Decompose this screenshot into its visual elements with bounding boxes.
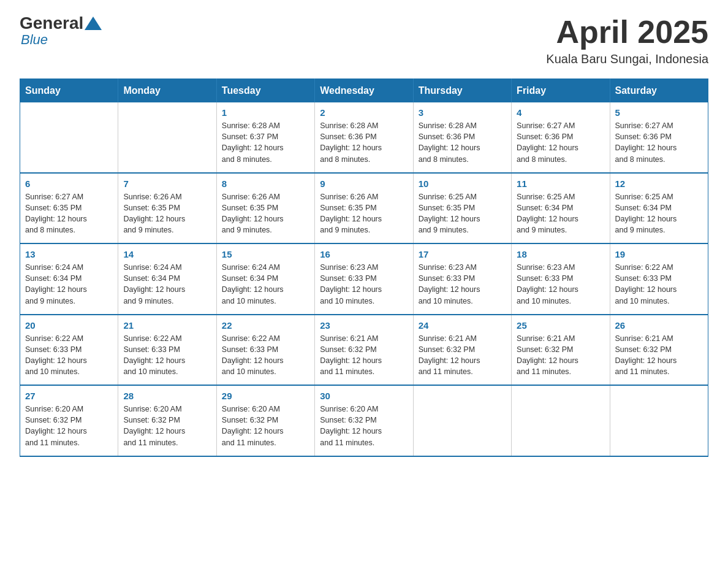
day-info: Sunrise: 6:27 AMSunset: 6:36 PMDaylight:… (615, 120, 703, 165)
day-info: Sunrise: 6:21 AMSunset: 6:32 PMDaylight:… (320, 333, 408, 378)
day-info: Sunrise: 6:23 AMSunset: 6:33 PMDaylight:… (419, 262, 506, 307)
weekday-header: Monday (118, 79, 216, 103)
calendar-cell: 27Sunrise: 6:20 AMSunset: 6:32 PMDayligh… (20, 385, 118, 456)
calendar-table: SundayMondayTuesdayWednesdayThursdayFrid… (20, 79, 708, 457)
day-number: 30 (320, 391, 408, 401)
day-info: Sunrise: 6:22 AMSunset: 6:33 PMDaylight:… (123, 333, 211, 378)
day-info: Sunrise: 6:25 AMSunset: 6:35 PMDaylight:… (419, 191, 506, 236)
calendar-cell: 15Sunrise: 6:24 AMSunset: 6:34 PMDayligh… (216, 243, 314, 315)
day-info: Sunrise: 6:20 AMSunset: 6:32 PMDaylight:… (123, 404, 211, 448)
calendar-cell (413, 385, 511, 456)
calendar-cell: 8Sunrise: 6:26 AMSunset: 6:35 PMDaylight… (216, 173, 314, 244)
day-number: 13 (25, 249, 113, 259)
calendar-cell: 25Sunrise: 6:21 AMSunset: 6:32 PMDayligh… (512, 315, 610, 386)
day-info: Sunrise: 6:23 AMSunset: 6:33 PMDaylight:… (320, 262, 408, 307)
weekday-header: Saturday (610, 79, 708, 103)
day-number: 24 (419, 320, 506, 331)
day-number: 25 (517, 320, 604, 331)
day-number: 8 (222, 178, 309, 189)
logo-triangle-icon (85, 17, 102, 30)
weekday-header: Thursday (413, 79, 511, 103)
calendar-cell (20, 102, 118, 173)
calendar-cell: 18Sunrise: 6:23 AMSunset: 6:33 PMDayligh… (512, 243, 610, 315)
title-block: April 2025 Kuala Baru Sungai, Indonesia (546, 15, 708, 66)
day-number: 23 (320, 320, 408, 331)
day-number: 10 (419, 178, 506, 189)
day-number: 27 (25, 391, 113, 401)
day-number: 5 (615, 107, 703, 118)
day-number: 15 (222, 249, 309, 259)
calendar-cell: 7Sunrise: 6:26 AMSunset: 6:35 PMDaylight… (118, 173, 216, 244)
day-info: Sunrise: 6:21 AMSunset: 6:32 PMDaylight:… (615, 333, 703, 378)
calendar-week-row: 1Sunrise: 6:28 AMSunset: 6:37 PMDaylight… (20, 102, 708, 173)
day-number: 21 (123, 320, 211, 331)
calendar-cell: 26Sunrise: 6:21 AMSunset: 6:32 PMDayligh… (610, 315, 708, 386)
weekday-header: Wednesday (315, 79, 413, 103)
weekday-header: Sunday (20, 79, 118, 103)
logo-blue-text: Blue (21, 32, 48, 47)
day-info: Sunrise: 6:22 AMSunset: 6:33 PMDaylight:… (25, 333, 113, 378)
day-number: 18 (517, 249, 604, 259)
calendar-cell: 22Sunrise: 6:22 AMSunset: 6:33 PMDayligh… (216, 315, 314, 386)
calendar-cell: 19Sunrise: 6:22 AMSunset: 6:33 PMDayligh… (610, 243, 708, 315)
day-info: Sunrise: 6:20 AMSunset: 6:32 PMDaylight:… (320, 404, 408, 448)
day-info: Sunrise: 6:20 AMSunset: 6:32 PMDaylight:… (222, 404, 309, 448)
day-info: Sunrise: 6:28 AMSunset: 6:37 PMDaylight:… (222, 120, 309, 165)
day-info: Sunrise: 6:22 AMSunset: 6:33 PMDaylight:… (222, 333, 309, 378)
calendar-week-row: 20Sunrise: 6:22 AMSunset: 6:33 PMDayligh… (20, 315, 708, 386)
calendar-cell: 9Sunrise: 6:26 AMSunset: 6:35 PMDaylight… (315, 173, 413, 244)
day-number: 6 (25, 178, 113, 189)
calendar-week-row: 6Sunrise: 6:27 AMSunset: 6:35 PMDaylight… (20, 173, 708, 244)
calendar-cell: 10Sunrise: 6:25 AMSunset: 6:35 PMDayligh… (413, 173, 511, 244)
calendar-cell: 30Sunrise: 6:20 AMSunset: 6:32 PMDayligh… (315, 385, 413, 456)
day-info: Sunrise: 6:27 AMSunset: 6:35 PMDaylight:… (25, 191, 113, 236)
calendar-cell: 14Sunrise: 6:24 AMSunset: 6:34 PMDayligh… (118, 243, 216, 315)
day-number: 20 (25, 320, 113, 331)
day-info: Sunrise: 6:26 AMSunset: 6:35 PMDaylight:… (222, 191, 309, 236)
calendar-week-row: 27Sunrise: 6:20 AMSunset: 6:32 PMDayligh… (20, 385, 708, 456)
weekday-header: Friday (512, 79, 610, 103)
calendar-cell: 6Sunrise: 6:27 AMSunset: 6:35 PMDaylight… (20, 173, 118, 244)
calendar-header-row: SundayMondayTuesdayWednesdayThursdayFrid… (20, 79, 708, 103)
calendar-cell: 12Sunrise: 6:25 AMSunset: 6:34 PMDayligh… (610, 173, 708, 244)
day-number: 29 (222, 391, 309, 401)
calendar-cell: 21Sunrise: 6:22 AMSunset: 6:33 PMDayligh… (118, 315, 216, 386)
day-number: 2 (320, 107, 408, 118)
calendar-title: April 2025 (546, 15, 708, 50)
day-info: Sunrise: 6:27 AMSunset: 6:36 PMDaylight:… (517, 120, 604, 165)
calendar-cell: 16Sunrise: 6:23 AMSunset: 6:33 PMDayligh… (315, 243, 413, 315)
day-number: 19 (615, 249, 703, 259)
day-info: Sunrise: 6:26 AMSunset: 6:35 PMDaylight:… (320, 191, 408, 236)
day-number: 14 (123, 249, 211, 259)
logo-general-text: General (20, 15, 83, 32)
day-number: 17 (419, 249, 506, 259)
day-info: Sunrise: 6:23 AMSunset: 6:33 PMDaylight:… (517, 262, 604, 307)
calendar-cell: 28Sunrise: 6:20 AMSunset: 6:32 PMDayligh… (118, 385, 216, 456)
calendar-cell: 20Sunrise: 6:22 AMSunset: 6:33 PMDayligh… (20, 315, 118, 386)
day-info: Sunrise: 6:28 AMSunset: 6:36 PMDaylight:… (320, 120, 408, 165)
calendar-cell: 29Sunrise: 6:20 AMSunset: 6:32 PMDayligh… (216, 385, 314, 456)
day-number: 9 (320, 178, 408, 189)
calendar-week-row: 13Sunrise: 6:24 AMSunset: 6:34 PMDayligh… (20, 243, 708, 315)
calendar-cell: 13Sunrise: 6:24 AMSunset: 6:34 PMDayligh… (20, 243, 118, 315)
day-number: 16 (320, 249, 408, 259)
calendar-cell: 17Sunrise: 6:23 AMSunset: 6:33 PMDayligh… (413, 243, 511, 315)
day-info: Sunrise: 6:22 AMSunset: 6:33 PMDaylight:… (615, 262, 703, 307)
weekday-header: Tuesday (216, 79, 314, 103)
calendar-cell: 4Sunrise: 6:27 AMSunset: 6:36 PMDaylight… (512, 102, 610, 173)
calendar-subtitle: Kuala Baru Sungai, Indonesia (546, 52, 708, 66)
day-number: 28 (123, 391, 211, 401)
day-info: Sunrise: 6:28 AMSunset: 6:36 PMDaylight:… (419, 120, 506, 165)
calendar-cell (512, 385, 610, 456)
day-info: Sunrise: 6:26 AMSunset: 6:35 PMDaylight:… (123, 191, 211, 236)
calendar-cell: 11Sunrise: 6:25 AMSunset: 6:34 PMDayligh… (512, 173, 610, 244)
day-info: Sunrise: 6:25 AMSunset: 6:34 PMDaylight:… (615, 191, 703, 236)
day-info: Sunrise: 6:21 AMSunset: 6:32 PMDaylight:… (419, 333, 506, 378)
day-number: 4 (517, 107, 604, 118)
calendar-cell: 23Sunrise: 6:21 AMSunset: 6:32 PMDayligh… (315, 315, 413, 386)
calendar-cell: 1Sunrise: 6:28 AMSunset: 6:37 PMDaylight… (216, 102, 314, 173)
calendar-cell: 2Sunrise: 6:28 AMSunset: 6:36 PMDaylight… (315, 102, 413, 173)
day-number: 11 (517, 178, 604, 189)
day-number: 22 (222, 320, 309, 331)
day-number: 26 (615, 320, 703, 331)
